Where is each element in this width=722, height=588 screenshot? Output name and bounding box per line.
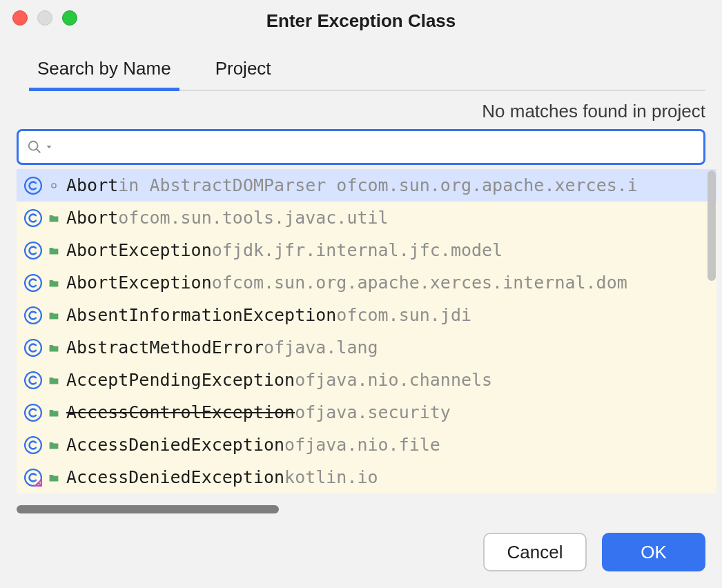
location-prefix: of: [284, 435, 305, 455]
class-name: AccessDeniedException: [66, 435, 284, 455]
chevron-down-icon[interactable]: [45, 143, 53, 151]
package-name: com.sun.tools.javac.util: [139, 208, 388, 228]
class-icon: [23, 241, 43, 260]
package-visibility-icon: [47, 179, 61, 193]
class-icon: [23, 208, 43, 228]
svg-point-6: [25, 275, 41, 291]
vertical-scrollbar[interactable]: [707, 170, 716, 509]
package-visibility-icon: [47, 276, 61, 290]
horizontal-scrollbar-thumb[interactable]: [17, 505, 279, 513]
class-icon: [23, 403, 43, 422]
svg-point-3: [52, 183, 56, 187]
tab-search-by-name[interactable]: Search by Name: [29, 58, 179, 91]
package-name: java.lang: [284, 337, 378, 357]
traffic-lights: [12, 10, 77, 26]
package-name: jdk.jfr.internal.jfc.model: [233, 240, 503, 260]
package-name: java.security: [315, 402, 451, 422]
location-prefix: of: [264, 337, 284, 357]
minimize-window-button[interactable]: [37, 10, 52, 26]
class-icon: [23, 468, 43, 487]
package-visibility-icon: [47, 211, 61, 225]
class-name: Abort: [66, 175, 118, 195]
location-prefix: of: [212, 273, 233, 293]
close-window-button[interactable]: [12, 10, 28, 26]
cancel-button[interactable]: Cancel: [483, 533, 587, 571]
location-prefix: of: [118, 208, 139, 228]
svg-point-0: [29, 141, 38, 150]
vertical-scrollbar-thumb[interactable]: [708, 170, 716, 281]
list-item[interactable]: AccessControlException of java.security: [17, 396, 716, 429]
class-icon: [23, 371, 43, 390]
class-name: AbortException: [66, 273, 212, 293]
package-visibility-icon: [47, 341, 61, 355]
package-visibility-icon: [47, 406, 61, 420]
dialog-buttons: Cancel OK: [0, 513, 722, 588]
list-item[interactable]: AbstractMethodError of java.lang: [17, 331, 716, 364]
package-visibility-icon: [47, 471, 61, 484]
list-item[interactable]: AbortException of com.sun.org.apache.xer…: [17, 266, 716, 299]
tab-project[interactable]: Project: [207, 58, 280, 91]
svg-point-2: [25, 177, 41, 194]
zoom-window-button[interactable]: [62, 10, 77, 26]
list-item[interactable]: AcceptPendingException of java.nio.chann…: [17, 364, 716, 396]
class-icon: [23, 435, 43, 455]
class-name: AbsentInformationException: [66, 305, 336, 325]
svg-point-11: [25, 437, 41, 453]
list-item[interactable]: AbsentInformationException of com.sun.jd…: [17, 299, 716, 331]
class-name: AcceptPendingException: [66, 370, 295, 390]
svg-point-10: [25, 404, 41, 421]
dialog-title: Enter Exception Class: [266, 10, 456, 32]
status-text: No matches found in project: [17, 101, 705, 122]
svg-point-9: [25, 372, 41, 389]
location-prefix: in AbstractDOMParser of: [118, 175, 357, 195]
list-item[interactable]: Abort in AbstractDOMParser of com.sun.or…: [17, 169, 716, 202]
location-prefix: of: [212, 240, 233, 260]
class-name: AccessDeniedException: [66, 467, 284, 487]
list-item[interactable]: AccessDeniedException of java.nio.file: [17, 429, 716, 461]
class-icon: [23, 306, 43, 325]
tabs: Search by Name Project: [29, 57, 705, 91]
package-visibility-icon: [47, 373, 61, 387]
class-icon: [23, 273, 43, 293]
svg-point-8: [25, 340, 41, 356]
class-name: Abort: [66, 208, 118, 228]
class-icon: [23, 176, 43, 195]
package-name: java.nio.file: [305, 435, 440, 455]
titlebar: Enter Exception Class: [0, 0, 722, 41]
svg-line-1: [37, 149, 41, 153]
package-visibility-icon: [47, 244, 61, 257]
search-field[interactable]: [17, 129, 705, 165]
package-name: kotlin.io: [284, 467, 378, 487]
package-name: java.nio.channels: [315, 370, 492, 390]
location-prefix: of: [336, 305, 357, 325]
list-item[interactable]: AbortException of jdk.jfr.internal.jfc.m…: [17, 234, 716, 266]
class-name: AbortException: [66, 240, 212, 260]
svg-point-7: [25, 307, 41, 324]
class-icon: [23, 338, 43, 357]
ok-button[interactable]: OK: [602, 533, 705, 571]
class-name: AbstractMethodError: [66, 337, 264, 357]
result-list: Abort in AbstractDOMParser of com.sun.or…: [17, 169, 716, 493]
package-visibility-icon: [47, 308, 61, 322]
location-prefix: of: [295, 402, 315, 422]
class-name: AccessControlException: [66, 402, 295, 422]
package-visibility-icon: [47, 438, 61, 452]
search-icon: [27, 138, 45, 156]
package-name: com.sun.org.apache.xerces.internal.dom: [233, 273, 627, 293]
svg-point-5: [25, 242, 41, 259]
search-input[interactable]: [53, 131, 695, 163]
location-prefix: of: [295, 370, 315, 390]
horizontal-scrollbar[interactable]: [17, 504, 716, 513]
svg-point-4: [25, 210, 41, 226]
dialog-window: Enter Exception Class Search by Name Pro…: [0, 0, 722, 588]
package-name: com.sun.jdi: [357, 305, 471, 325]
list-item[interactable]: AccessDeniedException kotlin.io: [17, 461, 716, 493]
package-name: com.sun.org.apache.xerces.i: [357, 175, 637, 195]
list-item[interactable]: Abort of com.sun.tools.javac.util: [17, 202, 716, 234]
